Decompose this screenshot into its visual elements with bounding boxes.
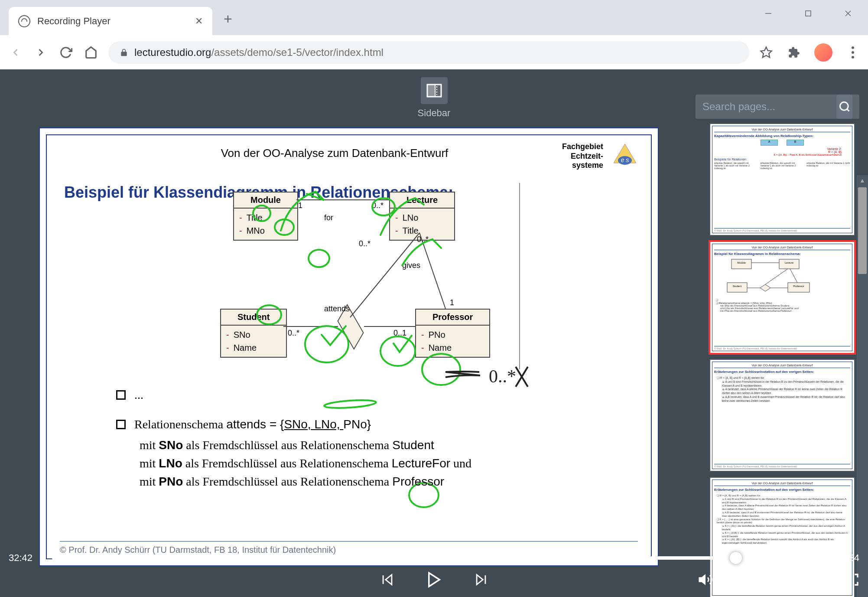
svg-marker-47: [429, 573, 439, 587]
volume-button[interactable]: [698, 572, 713, 587]
sidebar-layout-icon: [426, 82, 443, 99]
window-controls: [748, 0, 868, 27]
play-button[interactable]: [425, 571, 443, 589]
scroll-up-arrow-icon[interactable]: ▲: [857, 175, 868, 186]
recording-player-app: Sidebar Von der OO-Analyse zum Datenbank…: [0, 69, 868, 597]
play-icon: [425, 571, 443, 589]
uml-class-student: Student -SNo-Name: [220, 309, 287, 358]
back-button[interactable]: [8, 45, 23, 60]
uml-diagram: Module -Title-MNo Lecture -LNo-Title Stu…: [177, 192, 523, 382]
browser-chrome: Recording Player ✕ + lecturestudio.org/a…: [0, 0, 868, 69]
slide-supertitle: Von der OO-Analyse zum Datenbank-Entwurf: [129, 142, 540, 170]
previous-button[interactable]: [380, 572, 395, 587]
extensions-icon[interactable]: [787, 45, 801, 60]
globe-icon: [18, 15, 30, 27]
uml-association: [419, 233, 471, 311]
svg-rect-37: [788, 283, 809, 292]
bullet-checkbox-icon: [116, 390, 126, 400]
diagram-divider: [519, 183, 520, 369]
svg-line-52: [828, 577, 830, 580]
slide: Von der OO-Analyse zum Datenbank-Entwurf…: [39, 127, 659, 566]
skip-back-icon: [380, 572, 395, 587]
top-panel: Sidebar: [0, 69, 868, 119]
lock-icon: [120, 48, 128, 57]
assoc-label: attends: [324, 304, 350, 313]
new-tab-button[interactable]: +: [224, 10, 232, 27]
search-input[interactable]: [702, 101, 832, 113]
assoc-label: gives: [402, 261, 420, 270]
skip-forward-icon: [474, 572, 488, 587]
svg-rect-35: [727, 283, 747, 292]
bookmark-star-icon[interactable]: [759, 45, 774, 60]
svg-point-6: [852, 51, 854, 54]
fullscreen-button[interactable]: [845, 573, 859, 587]
svg-marker-50: [699, 575, 705, 584]
thumbnail-slide[interactable]: Von der OO-Analyse zum Datenbank-Entwurf…: [709, 123, 855, 236]
sidebar-label: Sidebar: [418, 108, 451, 119]
svg-line-43: [765, 269, 788, 284]
profile-avatar[interactable]: [814, 43, 832, 62]
svg-rect-1: [806, 11, 811, 16]
forward-button[interactable]: [33, 45, 49, 60]
sidebar-toggle-button[interactable]: [421, 77, 448, 104]
reload-button[interactable]: [58, 45, 74, 60]
svg-text:Module: Module: [737, 261, 746, 264]
volume-thumb[interactable]: [804, 574, 814, 585]
browser-tab[interactable]: Recording Player ✕: [9, 7, 212, 35]
svg-line-17: [419, 233, 445, 309]
svg-point-5: [852, 46, 854, 49]
bullet-checkbox-icon: [116, 420, 126, 429]
volume-icon: [698, 572, 713, 587]
total-time: 36:34: [825, 552, 859, 564]
svg-marker-4: [761, 47, 772, 57]
svg-point-7: [852, 56, 854, 59]
svg-rect-9: [427, 85, 435, 97]
maximize-button[interactable]: [788, 0, 828, 27]
next-button[interactable]: [474, 572, 488, 587]
svg-text:Lecture: Lecture: [785, 261, 794, 264]
cardinality-label: 0..*: [372, 201, 384, 210]
url-text: lecturestudio.org/assets/demo/se1-5/vect…: [134, 46, 384, 59]
progress-track[interactable]: [52, 556, 816, 560]
minimize-button[interactable]: [748, 0, 788, 27]
cardinality-label: 0..*: [359, 239, 371, 248]
gauge-icon: [820, 572, 835, 587]
fullscreen-icon: [845, 573, 859, 587]
svg-line-12: [847, 109, 849, 111]
home-button[interactable]: [83, 45, 99, 60]
close-tab-icon[interactable]: ✕: [195, 16, 203, 27]
slide-header: Von der OO-Analyse zum Datenbank-Entwurf…: [47, 135, 651, 175]
search-button[interactable]: [836, 95, 852, 119]
tab-title: Recording Player: [37, 16, 188, 27]
scrollbar-thumb[interactable]: [858, 187, 867, 274]
svg-rect-33: [779, 259, 799, 269]
thumbnail-slide[interactable]: Von der OO-Analyse zum Datenbank-Entwurf…: [709, 241, 855, 354]
thumbnail-slide[interactable]: Von der OO-Analyse zum Datenbank-Entwurf…: [709, 359, 855, 472]
volume-slider[interactable]: [723, 578, 810, 581]
close-window-button[interactable]: [828, 0, 868, 27]
svg-marker-48: [477, 575, 483, 585]
svg-line-44: [790, 269, 797, 283]
assoc-label: for: [324, 213, 333, 222]
address-bar: lecturestudio.org/assets/demo/se1-5/vect…: [0, 35, 868, 69]
speed-button[interactable]: [820, 572, 835, 587]
toolbar-icons: [759, 43, 860, 62]
thumbnail-scrollbar[interactable]: ▲: [857, 175, 868, 597]
kebab-menu-icon[interactable]: [845, 45, 860, 60]
slide-organization: FachgebietEchtzeit-systeme: [540, 142, 609, 170]
cardinality-label: 0..1: [393, 329, 406, 338]
current-time: 32:42: [9, 552, 43, 564]
uml-association: [283, 326, 338, 327]
search-icon: [839, 101, 851, 113]
slide-area: Von der OO-Analyse zum Datenbank-Entwurf…: [0, 119, 705, 597]
uml-association: [296, 199, 389, 200]
url-bar[interactable]: lecturestudio.org/assets/demo/se1-5/vect…: [108, 41, 749, 64]
progress-row: 32:42 36:34: [9, 549, 859, 567]
player-bar: 32:42 36:34: [0, 549, 868, 597]
svg-point-11: [840, 102, 848, 111]
slide-content: ... Relationenschema attends = {SNo, LNo…: [116, 386, 625, 491]
uml-association: [364, 326, 415, 327]
progress-thumb[interactable]: [730, 552, 742, 564]
cardinality-label: 0..*: [288, 329, 299, 338]
search-box: [696, 95, 859, 119]
